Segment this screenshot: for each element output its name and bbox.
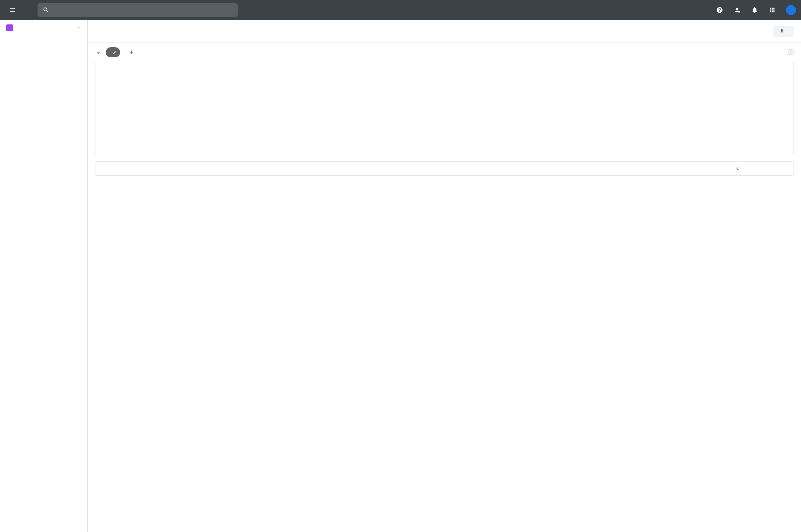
hamburger-icon	[9, 6, 16, 14]
sidebar	[0, 20, 88, 532]
help-button[interactable]	[713, 4, 726, 16]
url-search[interactable]	[38, 3, 238, 17]
help-icon[interactable]: ?	[788, 50, 794, 55]
plus-icon	[128, 49, 135, 55]
export-button[interactable]	[774, 26, 794, 37]
table-header	[95, 162, 793, 175]
col-page-header[interactable]	[103, 167, 704, 171]
pencil-icon	[113, 50, 117, 54]
page-header	[88, 20, 801, 42]
users-button[interactable]	[731, 4, 743, 16]
user-settings-icon	[734, 6, 741, 14]
filter-bar: ?	[88, 42, 801, 62]
last-updated: ?	[785, 50, 794, 55]
account-avatar[interactable]	[786, 5, 796, 15]
col-impressions-header[interactable]	[742, 167, 786, 171]
table-tabs	[95, 162, 793, 162]
add-filter-button[interactable]	[125, 49, 141, 55]
notifications-button[interactable]	[748, 4, 761, 16]
download-icon	[779, 28, 785, 34]
metrics-row	[95, 62, 793, 68]
table-card	[95, 162, 794, 176]
chevron-down-icon	[77, 26, 81, 30]
main-content: ?	[88, 20, 801, 532]
filter-icon[interactable]	[95, 49, 101, 55]
property-selector[interactable]	[0, 20, 87, 36]
help-icon	[716, 6, 723, 14]
property-favicon	[6, 24, 13, 31]
url-search-input[interactable]	[54, 7, 233, 13]
apps-grid-icon	[769, 6, 776, 14]
apps-button[interactable]	[766, 4, 779, 16]
app-header	[0, 0, 801, 20]
sort-desc-icon	[736, 167, 740, 171]
bell-icon	[751, 6, 758, 14]
date-filter-chip[interactable]	[106, 47, 120, 57]
col-clicks-header[interactable]	[704, 167, 742, 171]
search-icon	[42, 6, 50, 14]
menu-button[interactable]	[5, 2, 20, 18]
clicks-chart	[99, 77, 786, 149]
